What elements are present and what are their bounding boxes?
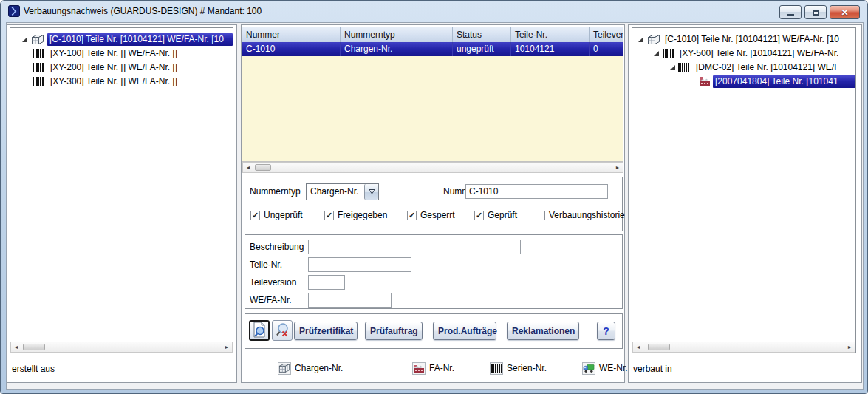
checkbox-ungeprueft[interactable]: ✓ Ungeprüft [250, 210, 303, 220]
results-table[interactable]: Nummer Nummerntyp Status Teile-Nr. Teile… [242, 27, 623, 162]
cell-status: ungeprüft [453, 42, 511, 56]
checkbox-icon[interactable]: ✓ [407, 211, 417, 220]
search-clear-icon [274, 322, 290, 340]
checkbox-icon[interactable]: ✓ [324, 211, 334, 220]
tree-item[interactable]: [XY-500] Teile Nr. [10104121] WE/FA-Nr. [632, 47, 855, 61]
chevron-down-icon[interactable] [364, 184, 378, 200]
barcode-icon [33, 77, 44, 86]
scroll-right-arrow[interactable]: ► [612, 163, 623, 172]
tree-item[interactable]: [DMC-02] Teile Nr. [10104121] WE/F [632, 61, 855, 75]
legend-item-chargen: Chargen-Nr. [278, 361, 343, 375]
legend-label: FA-Nr. [429, 363, 454, 373]
tree-item-label[interactable]: [XY-500] Teile Nr. [10104121] WE/FA-Nr. [680, 47, 855, 61]
scroll-left-arrow[interactable]: ◄ [243, 163, 253, 172]
scrollbar-thumb[interactable] [648, 344, 670, 350]
pruefauftrag-button[interactable]: Prüfauftrag [365, 322, 423, 340]
window-title: Verbauungsnachweis (GUARDUS-DESIGN) # Ma… [24, 1, 262, 22]
truck-icon [582, 362, 595, 375]
tree-item-label[interactable]: [XY-200] Teile Nr. [] WE/FA-Nr. [] [50, 61, 177, 75]
teile-nr-label: Teile-Nr. [250, 258, 282, 271]
left-tree-horizontal-scrollbar[interactable]: ◄ ► [10, 342, 233, 353]
legend-label: Chargen-Nr. [295, 363, 343, 373]
restore-icon [813, 10, 819, 16]
tree-item[interactable]: [XY-300] Teile Nr. [] WE/FA-Nr. [] [10, 75, 233, 89]
tree-item[interactable]: [C-1010] Teile Nr. [10104121] WE/FA-Nr. … [10, 33, 233, 47]
legend-item-serien: Serien-Nr. [490, 361, 547, 375]
close-button[interactable]: ✕ [830, 5, 860, 19]
factory-icon [699, 76, 711, 86]
left-tree[interactable]: [C-1010] Teile Nr. [10104121] WE/FA-Nr. … [10, 27, 233, 353]
number-filter-group: Nummerntyp Chargen-Nr. Nummer ✓ Ungeprüf… [245, 177, 623, 231]
expander-icon[interactable] [653, 50, 660, 57]
detail-fields-group: Beschreibung Teile-Nr. Teileversion WE/F… [245, 234, 623, 309]
tree-item-label[interactable]: [XY-100] Teile Nr. [] WE/FA-Nr. [] [50, 47, 177, 61]
checkbox-freigegeben[interactable]: ✓ Freigegeben [324, 210, 387, 220]
we-fa-nr-input[interactable] [308, 293, 392, 308]
action-button-group: Prüfzertifikat Prüfauftrag Prod.Aufträge… [245, 313, 623, 349]
checkbox-verbauungshistorie[interactable]: Verbauungshistorie [536, 210, 625, 220]
minimize-button[interactable] [779, 5, 802, 19]
scroll-left-arrow[interactable]: ◄ [633, 342, 643, 352]
checkbox-geprueft[interactable]: ✓ Geprüft [474, 210, 517, 220]
scroll-right-arrow[interactable]: ► [844, 342, 855, 352]
help-button[interactable]: ? [597, 322, 615, 340]
cell-teileversion: 0 [590, 42, 623, 56]
table-header[interactable]: Nummer Nummerntyp Status Teile-Nr. Teile… [242, 27, 623, 42]
pruefzertifikat-button[interactable]: Prüfzertifikat [294, 322, 358, 340]
expander-icon[interactable] [638, 36, 644, 43]
restore-button[interactable] [804, 5, 827, 19]
scroll-left-arrow[interactable]: ◄ [11, 342, 21, 352]
document-search-button[interactable] [249, 320, 270, 341]
checkbox-gesperrt[interactable]: ✓ Gesperrt [407, 210, 455, 220]
close-icon: ✕ [841, 8, 848, 17]
beschreibung-label: Beschreibung [250, 240, 304, 254]
barcode-icon [490, 362, 503, 375]
column-header-teileversion[interactable]: Teileversion [590, 27, 623, 42]
tree-item[interactable]: [XY-100] Teile Nr. [] WE/FA-Nr. [] [10, 47, 233, 61]
left-panel-caption: erstellt aus [12, 363, 55, 375]
center-panel: Nummer Nummerntyp Status Teile-Nr. Teile… [241, 24, 625, 383]
beschreibung-input[interactable] [308, 240, 521, 254]
expander-icon[interactable] [21, 36, 28, 43]
teileversion-input[interactable] [308, 275, 345, 290]
cell-teile-nr: 10104121 [511, 42, 590, 56]
checkbox-icon[interactable]: ✓ [474, 211, 484, 220]
tree-item-label[interactable]: [DMC-02] Teile Nr. [10104121] WE/F [696, 61, 855, 75]
right-tree[interactable]: [C-1010] Teile Nr. [10104121] WE/FA-Nr. … [632, 27, 856, 353]
table-body [242, 42, 623, 161]
nummerntyp-select[interactable]: Chargen-Nr. [306, 183, 379, 200]
right-tree-horizontal-scrollbar[interactable]: ◄ ► [632, 342, 855, 353]
search-clear-button[interactable] [272, 320, 293, 341]
tree-item-label[interactable]: [XY-300] Teile Nr. [] WE/FA-Nr. [] [50, 75, 177, 89]
right-panel-caption: verbaut in [633, 363, 672, 375]
table-row-selected[interactable]: C-1010 Chargen-Nr. ungeprüft 10104121 0 [242, 42, 623, 56]
tree-item-label[interactable]: [C-1010] Teile Nr. [10104121] WE/FA-Nr. … [47, 33, 233, 46]
checkbox-icon[interactable] [536, 211, 545, 220]
cell-nummer: C-1010 [242, 42, 341, 56]
legend-label: Serien-Nr. [507, 363, 547, 373]
scrollbar-thumb[interactable] [23, 344, 45, 350]
scroll-right-arrow[interactable]: ► [222, 342, 232, 352]
legend-label: WE-Nr. [599, 363, 628, 373]
checkbox-icon[interactable]: ✓ [250, 211, 260, 220]
barcode-icon [33, 49, 44, 58]
column-header-status[interactable]: Status [453, 27, 511, 42]
column-header-nummerntyp[interactable]: Nummerntyp [341, 27, 453, 42]
prod-auftraege-button[interactable]: Prod.Aufträge [433, 322, 496, 340]
reklamationen-button[interactable]: Reklamationen [507, 322, 579, 340]
legend-item-we: WE-Nr. [582, 361, 628, 375]
tree-item-label[interactable]: [2007041804] Teile Nr. [101041 [713, 75, 855, 88]
nummer-input[interactable] [465, 184, 608, 199]
teile-nr-input[interactable] [308, 257, 411, 272]
table-horizontal-scrollbar[interactable]: ◄ ► [242, 162, 623, 173]
expander-icon[interactable] [669, 64, 676, 71]
column-header-teile-nr[interactable]: Teile-Nr. [511, 27, 590, 42]
tree-item[interactable]: [XY-200] Teile Nr. [] WE/FA-Nr. [] [10, 61, 233, 75]
tree-item-label[interactable]: [C-1010] Teile Nr. [10104121] WE/FA-Nr. … [665, 33, 855, 47]
tree-item[interactable]: [2007041804] Teile Nr. [101041 [632, 75, 855, 89]
tree-item[interactable]: [C-1010] Teile Nr. [10104121] WE/FA-Nr. … [632, 33, 855, 47]
title-bar[interactable]: Verbauungsnachweis (GUARDUS-DESIGN) # Ma… [1, 1, 867, 22]
scrollbar-thumb[interactable] [255, 164, 271, 171]
column-header-nummer[interactable]: Nummer [242, 27, 341, 42]
teileversion-label: Teileversion [250, 276, 296, 289]
